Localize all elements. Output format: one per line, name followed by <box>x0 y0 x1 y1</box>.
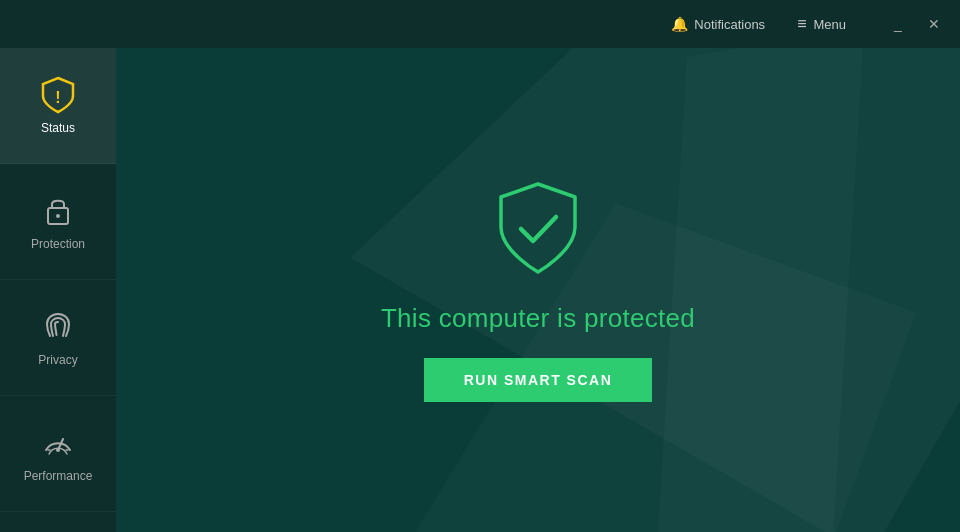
app-window: 🔔 Notifications ≡ Menu _ ✕ <box>0 0 960 532</box>
svg-point-4 <box>56 448 60 452</box>
sidebar-item-status[interactable]: ! Status <box>0 48 116 164</box>
menu-label: Menu <box>813 17 846 32</box>
sidebar-item-performance[interactable]: Performance <box>0 396 116 512</box>
run-smart-scan-button[interactable]: RUN SMART SCAN <box>424 358 653 402</box>
performance-icon <box>40 425 76 461</box>
window-controls: _ ✕ <box>884 10 948 38</box>
close-button[interactable]: ✕ <box>920 10 948 38</box>
protection-label: Protection <box>31 237 85 251</box>
sidebar-item-privacy[interactable]: Privacy <box>0 280 116 396</box>
performance-label: Performance <box>24 469 93 483</box>
sidebar-item-protection[interactable]: Protection <box>0 164 116 280</box>
shield-protected-icon <box>493 179 583 279</box>
sidebar: ! Status Protection <box>0 48 116 532</box>
bell-icon: 🔔 <box>671 16 688 32</box>
protected-text: This computer is protected <box>381 303 695 334</box>
center-area: This computer is protected RUN SMART SCA… <box>116 48 960 532</box>
main-content: ! Status Protection <box>0 48 960 532</box>
status-icon: ! <box>40 77 76 113</box>
title-bar: 🔔 Notifications ≡ Menu _ ✕ <box>0 0 960 48</box>
privacy-icon <box>40 309 76 345</box>
protected-content: This computer is protected RUN SMART SCA… <box>381 179 695 402</box>
close-icon: ✕ <box>928 16 940 32</box>
hamburger-icon: ≡ <box>797 15 807 33</box>
status-label: Status <box>41 121 75 135</box>
menu-button[interactable]: ≡ Menu <box>791 11 852 37</box>
notifications-button[interactable]: 🔔 Notifications <box>665 12 771 36</box>
privacy-label: Privacy <box>38 353 77 367</box>
minimize-icon: _ <box>894 16 902 32</box>
minimize-button[interactable]: _ <box>884 10 912 38</box>
title-bar-actions: 🔔 Notifications ≡ Menu _ ✕ <box>665 10 948 38</box>
svg-point-2 <box>56 214 60 218</box>
protection-icon <box>40 193 76 229</box>
svg-text:!: ! <box>55 89 60 106</box>
notifications-label: Notifications <box>694 17 765 32</box>
